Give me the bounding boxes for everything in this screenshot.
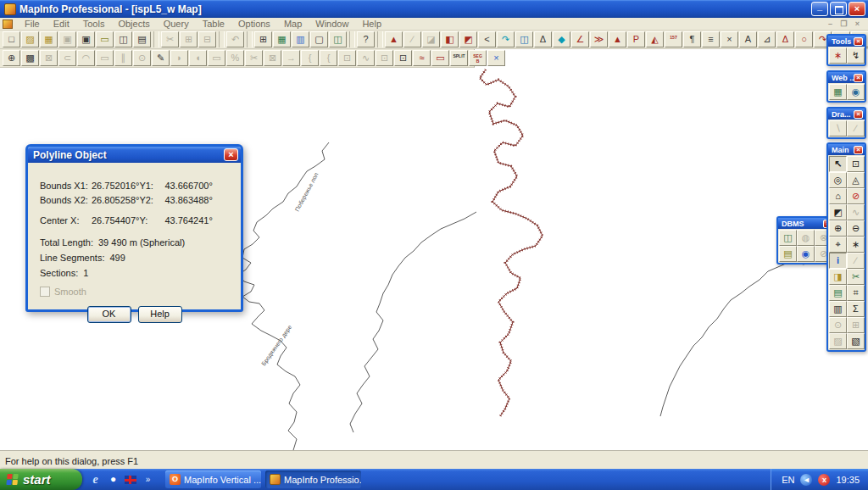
map-polyline-mid-river[interactable] [350, 212, 476, 432]
map-polyline-east-river[interactable] [660, 259, 815, 416]
select-icon[interactable]: ↖ [829, 156, 847, 172]
polygon-angle-icon[interactable]: ⊿ [758, 31, 776, 47]
save-workspace-icon[interactable]: ▣ [77, 31, 95, 47]
start-button[interactable]: start [0, 469, 82, 490]
delta-node-icon[interactable]: Δ [776, 31, 794, 47]
ok-button[interactable]: OK [87, 306, 131, 323]
pan-grabber-icon[interactable]: ∗ [847, 237, 865, 253]
info-tool-icon[interactable]: i [829, 253, 847, 269]
mapbasic-window-icon[interactable]: ↯ [847, 47, 865, 64]
menu-window[interactable]: Window [309, 18, 355, 30]
open-dbms-table-icon[interactable]: ◫ [779, 230, 797, 246]
palette-drawing-title-bar[interactable]: Dra...× [828, 109, 865, 120]
menu-edit[interactable]: Edit [47, 18, 76, 30]
print-window-icon[interactable]: ▤ [133, 31, 151, 47]
symbol-style-icon[interactable]: ▲ [385, 31, 403, 47]
menu-map[interactable]: Map [277, 18, 309, 30]
text-style-icon[interactable]: ◧ [441, 31, 459, 47]
new-browser-icon[interactable]: ⊞ [254, 31, 272, 47]
open-odbc-icon[interactable]: ▤ [779, 246, 797, 262]
pointer-snap-icon[interactable]: × [487, 50, 505, 66]
scale-157-icon[interactable]: 157 [665, 31, 682, 47]
circle-tool-icon[interactable]: ○ [795, 31, 813, 47]
p-chart-icon[interactable]: P [627, 31, 645, 47]
snap-icon[interactable]: ⊕ [3, 50, 20, 66]
new-layout-icon[interactable]: ▢ [310, 31, 328, 47]
palette-web-title-bar[interactable]: Web ...× [828, 72, 865, 83]
set-clip-region-icon[interactable]: ▧ [847, 333, 865, 349]
menu-file[interactable]: File [18, 18, 47, 30]
map-polyline-selected-polyline[interactable] [480, 70, 542, 416]
uk-flag-icon[interactable] [125, 476, 136, 484]
label-tool-icon[interactable]: ◨ [829, 269, 847, 285]
convert-to-polyline-icon[interactable]: ≈ [413, 50, 431, 66]
save-window-as-icon[interactable]: ▭ [96, 31, 114, 47]
flow-arrows-icon[interactable]: ≫ [590, 31, 608, 47]
run-mapbasic-program-icon[interactable]: ∗ [829, 47, 847, 64]
callout-pointer-icon[interactable]: < [478, 31, 496, 47]
zoom-in-icon[interactable]: ⊕ [829, 220, 847, 237]
palette-tools-close-icon[interactable]: × [854, 37, 863, 46]
minimize-button[interactable]: _ [811, 2, 828, 16]
help-button[interactable]: Help [138, 306, 182, 323]
layer-control-icon[interactable]: ▤ [829, 285, 847, 301]
menu-table[interactable]: Table [196, 18, 231, 30]
new-mapper-icon[interactable]: ▦ [273, 31, 291, 47]
ie-icon[interactable]: e [89, 473, 102, 486]
frame-tool-icon[interactable]: ◫ [515, 31, 533, 47]
split-tool-icon[interactable]: SPLIT [450, 50, 468, 66]
triangle-chart-icon[interactable]: ▲ [609, 31, 626, 47]
mdi-restore-button[interactable]: ❐ [838, 19, 849, 28]
polygon-select-icon[interactable]: ◬ [847, 172, 865, 188]
mdi-close-button[interactable]: × [852, 19, 863, 28]
menu-objects[interactable]: Objects [111, 18, 156, 30]
web-globe-icon[interactable]: ◉ [847, 84, 865, 100]
zoom-out-icon[interactable]: ⊖ [847, 220, 865, 237]
new-grapher-icon[interactable]: ▥ [292, 31, 309, 47]
show-legend-icon[interactable]: ▥ [829, 301, 847, 317]
taskbar-task-1[interactable]: OMapInfo Vertical ... [165, 471, 261, 488]
mdi-child-icon[interactable] [3, 19, 13, 29]
seg-tool-icon[interactable]: SEG B [469, 50, 487, 66]
menu-query[interactable]: Query [157, 18, 196, 30]
legend-e-icon[interactable]: ≡ [702, 31, 720, 47]
palette-drawing-close-icon[interactable]: × [854, 110, 863, 119]
marquee-select-icon[interactable]: ⊡ [847, 156, 865, 172]
palette-main-close-icon[interactable]: × [854, 146, 863, 154]
palette-web-close-icon[interactable]: × [854, 74, 863, 82]
dialog-close-icon[interactable]: × [224, 148, 238, 161]
bar-chart-icon[interactable]: ◭ [646, 31, 664, 47]
grid-b-icon[interactable]: ¶ [683, 31, 701, 47]
angle-tool-icon[interactable]: ∠ [571, 31, 589, 47]
nodes-select-icon[interactable]: ⊡ [394, 50, 412, 66]
convert-to-region-icon[interactable]: ▭ [431, 50, 449, 66]
open-web-table-icon[interactable]: ◉ [797, 246, 815, 262]
statistics-icon[interactable]: Σ [847, 301, 865, 317]
palette-tools-title-bar[interactable]: Tools× [828, 36, 865, 47]
taskbar-task-2[interactable]: MapInfo Professio... [265, 471, 361, 488]
map-polyline-west-coastline[interactable] [238, 142, 329, 450]
north-arrow-icon[interactable]: ↷ [497, 31, 515, 47]
hide-icons-icon[interactable]: ◄ [800, 474, 812, 486]
radius-select-icon[interactable]: ◎ [829, 172, 847, 188]
ruler-icon[interactable]: ⌗ [847, 285, 865, 301]
buffer-pencil-icon[interactable]: ✎ [152, 50, 170, 66]
menu-help[interactable]: Help [355, 18, 388, 30]
mdi-minimize-button[interactable]: – [825, 19, 836, 28]
paint-style-icon[interactable]: ◩ [459, 31, 477, 47]
dialog-title-bar[interactable]: Polyline Object × [28, 147, 241, 163]
open-table-icon[interactable]: ▨ [21, 31, 39, 47]
new-table-icon[interactable]: □ [3, 31, 20, 47]
web-image-icon[interactable]: ▦ [829, 84, 847, 100]
palette-main-title-bar[interactable]: Main× [828, 144, 865, 155]
menu-tools[interactable]: Tools [76, 18, 112, 30]
delta-check-icon[interactable]: Δ [534, 31, 552, 47]
open-workspace-icon[interactable]: ▦ [40, 31, 58, 47]
boundary-select-icon[interactable]: ⌂ [829, 188, 847, 204]
language-indicator[interactable]: EN [782, 475, 794, 485]
new-redistricter-icon[interactable]: ◫ [329, 31, 347, 47]
messenger-icon[interactable]: ● [107, 473, 120, 486]
hatch-icon[interactable]: ▩ [21, 50, 39, 66]
cross-x-icon[interactable]: × [721, 31, 738, 47]
unselect-all-icon[interactable]: ⊘ [847, 188, 865, 204]
